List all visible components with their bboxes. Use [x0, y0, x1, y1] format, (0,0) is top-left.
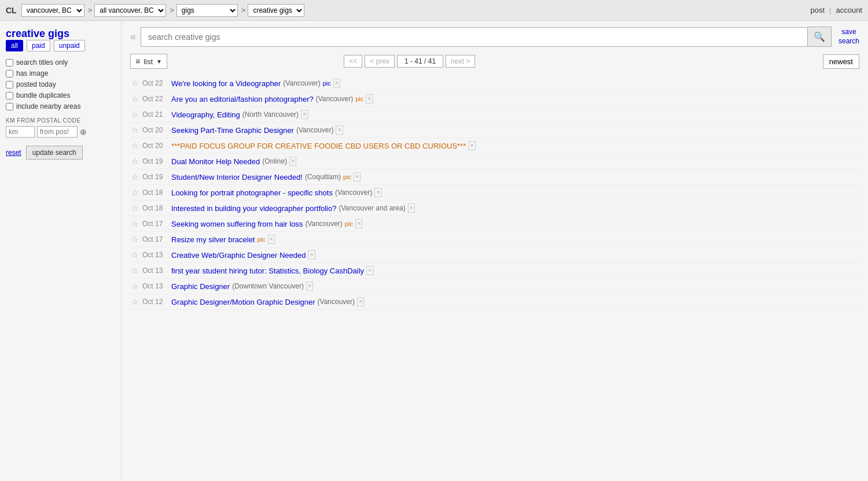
listing-x-button[interactable]: × [354, 172, 361, 181]
search-input[interactable] [141, 27, 808, 47]
listing-x-button[interactable]: × [308, 250, 315, 259]
listing-title[interactable]: Interested in building your videographer… [171, 204, 336, 213]
filter-titles[interactable]: search titles only [6, 58, 115, 66]
collapse-button[interactable]: « [130, 31, 136, 43]
listing-title[interactable]: We're looking for a Videographer [171, 79, 281, 88]
listing-title[interactable]: Seeking women suffering from hair loss [171, 220, 303, 228]
area-select[interactable]: all vancouver, BC burnaby, BC richmond, … [94, 4, 166, 17]
reset-button[interactable]: reset [6, 149, 21, 157]
star-icon[interactable]: ☆ [131, 266, 139, 275]
filter-image[interactable]: has image [6, 69, 115, 77]
listing-x-button[interactable]: × [336, 125, 343, 134]
listing-title[interactable]: Are you an editorial/fashion photographe… [171, 95, 314, 103]
listing-date: Oct 19 [142, 173, 167, 181]
prev-page-button[interactable]: < prev [365, 55, 395, 68]
tab-unpaid[interactable]: unpaid [54, 40, 85, 51]
listing-pic[interactable]: pic [345, 220, 353, 227]
filter-nearby[interactable]: include nearby areas [6, 102, 115, 110]
checkbox-duplicates[interactable] [6, 92, 13, 99]
star-icon[interactable]: ☆ [131, 157, 139, 166]
listing-title[interactable]: ***PAID FOCUS GROUP FOR CREATIVE FOODIE … [171, 142, 466, 150]
star-icon[interactable]: ☆ [131, 188, 139, 197]
listing-x-button[interactable]: × [366, 94, 373, 103]
city-select[interactable]: vancouver, BC toronto, ON calgary, AB [21, 4, 84, 17]
checkbox-nearby[interactable] [6, 103, 13, 110]
listing-pic[interactable]: pic [343, 173, 351, 180]
view-label: list [144, 57, 153, 66]
listing-pic[interactable]: pic [258, 236, 266, 243]
listing-x-button[interactable]: × [366, 266, 373, 275]
post-link[interactable]: post [810, 6, 825, 14]
gigs-select[interactable]: gigs creative gigs computer gigs [176, 4, 238, 17]
search-button[interactable]: 🔍 [808, 27, 832, 47]
creative-gigs-select[interactable]: creative gigs writing gigs media gigs [248, 4, 304, 17]
listing-x-button[interactable]: × [268, 235, 275, 243]
listing-title[interactable]: Student/New Interior Designer Needed! [171, 173, 303, 182]
listing-title[interactable]: Graphic Designer [171, 282, 230, 291]
list-item: ☆Oct 20***PAID FOCUS GROUP FOR CREATIVE … [130, 138, 859, 154]
listing-location: (Vancouver) [296, 126, 333, 134]
listing-title[interactable]: first year student hiring tutor: Statist… [171, 267, 364, 275]
listing-location: (Vancouver and area) [339, 204, 405, 212]
view-dropdown[interactable]: ≡ list ▼ [130, 54, 167, 69]
listing-x-button[interactable]: × [374, 188, 381, 197]
listing-location: (Vancouver) [316, 95, 353, 103]
tab-all[interactable]: all [6, 40, 23, 51]
listing-date: Oct 20 [142, 142, 167, 150]
listing-x-button[interactable]: × [289, 157, 296, 165]
star-icon[interactable]: ☆ [131, 297, 139, 306]
list-item: ☆Oct 19Dual Monitor Help Needed (Online)… [130, 154, 859, 169]
pagination: << < prev 1 - 41 / 41 next > [344, 55, 475, 68]
next-page-button[interactable]: next > [446, 55, 475, 68]
star-icon[interactable]: ☆ [131, 125, 139, 135]
checkbox-image[interactable] [6, 70, 13, 77]
listing-title[interactable]: Graphic Designer/Motion Graphic Designer [171, 298, 315, 306]
km-input[interactable] [6, 126, 35, 138]
listing-date: Oct 21 [142, 110, 167, 119]
star-icon[interactable]: ☆ [131, 141, 139, 150]
listing-pic[interactable]: pic [323, 80, 331, 87]
listing-title[interactable]: Resize my silver bracelet [171, 235, 255, 244]
sep1: > [88, 6, 93, 14]
star-icon[interactable]: ☆ [131, 94, 139, 103]
listing-x-button[interactable]: × [357, 297, 364, 306]
star-icon[interactable]: ☆ [131, 172, 139, 182]
save-search-button[interactable]: save search [838, 28, 859, 46]
target-icon[interactable]: ⊕ [80, 127, 87, 136]
listing-title[interactable]: Seeking Part-Time Graphic Designer [171, 126, 294, 135]
listing-x-button[interactable]: × [301, 110, 308, 119]
update-search-button[interactable]: update search [26, 146, 83, 160]
listing-title[interactable]: Dual Monitor Help Needed [171, 157, 260, 166]
filter-duplicates[interactable]: bundle duplicates [6, 91, 115, 99]
listing-x-button[interactable]: × [408, 204, 415, 212]
listing-x-button[interactable]: × [306, 282, 313, 290]
listing-title[interactable]: Looking for portrait photographer - spec… [171, 188, 333, 197]
star-icon[interactable]: ☆ [131, 282, 139, 291]
listing-title[interactable]: Creative Web/Graphic Designer Needed [171, 251, 306, 260]
listing-x-button[interactable]: × [468, 141, 475, 150]
listing-title[interactable]: Videography, Editing [171, 110, 240, 119]
first-page-button[interactable]: << [344, 55, 362, 68]
postal-input[interactable] [37, 126, 78, 138]
star-icon[interactable]: ☆ [131, 79, 139, 88]
checkbox-titles[interactable] [6, 59, 13, 66]
star-icon[interactable]: ☆ [131, 204, 139, 213]
account-link[interactable]: account [836, 6, 862, 14]
star-icon[interactable]: ☆ [131, 219, 139, 228]
listing-x-button[interactable]: × [355, 219, 362, 228]
listing-date: Oct 13 [142, 282, 167, 290]
star-icon[interactable]: ☆ [131, 250, 139, 260]
listing-x-button[interactable]: × [333, 79, 340, 87]
star-icon[interactable]: ☆ [131, 110, 139, 119]
listing-pic[interactable]: pic [355, 95, 363, 102]
star-icon[interactable]: ☆ [131, 235, 139, 244]
listing-date: Oct 18 [142, 204, 167, 212]
tab-paid[interactable]: paid [27, 40, 50, 51]
list-item: ☆Oct 13Creative Web/Graphic Designer Nee… [130, 247, 859, 263]
sort-button[interactable]: newest [823, 54, 859, 69]
filter-image-label: has image [16, 69, 48, 77]
checkbox-today[interactable] [6, 81, 13, 88]
page-title[interactable]: creative gigs [6, 28, 69, 39]
list-icon: ≡ [135, 57, 140, 66]
filter-today[interactable]: posted today [6, 80, 115, 88]
